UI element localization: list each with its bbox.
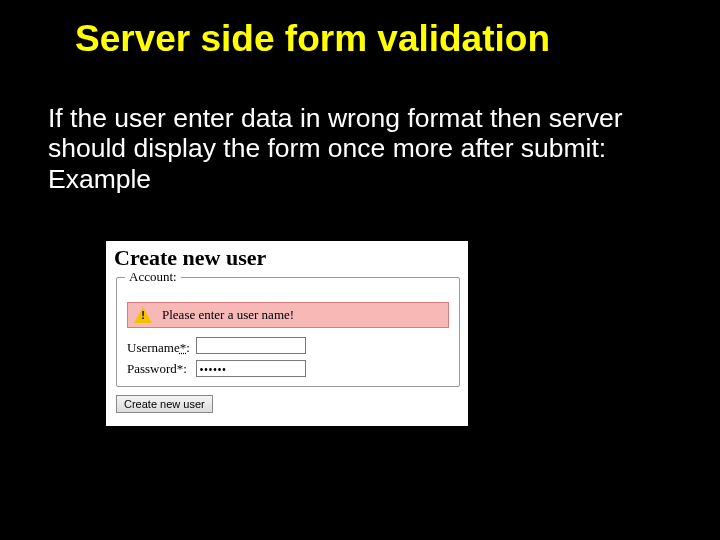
form-panel: Create new user Account: ! Please enter …	[106, 241, 468, 426]
create-new-user-button[interactable]: Create new user	[116, 395, 213, 413]
slide-body-text: If the user enter data in wrong format t…	[48, 103, 638, 194]
username-input[interactable]	[196, 337, 306, 354]
fieldset-legend: Account:	[125, 269, 181, 285]
warning-icon: !	[134, 307, 152, 323]
account-fieldset: Account: ! Please enter a user name! Use…	[116, 277, 460, 387]
slide-title: Server side form validation	[75, 18, 675, 60]
password-label: Password*:	[127, 359, 196, 378]
error-message-box: ! Please enter a user name!	[127, 302, 449, 328]
password-input[interactable]: ••••••	[196, 360, 306, 377]
username-row: Username*:	[127, 336, 306, 359]
fields-grid: Username*: Password*: ••••••	[127, 336, 306, 378]
password-row: Password*: ••••••	[127, 359, 306, 378]
username-label: Username*:	[127, 336, 196, 359]
slide: Server side form validation If the user …	[0, 0, 720, 540]
error-text: Please enter a user name!	[162, 307, 294, 323]
